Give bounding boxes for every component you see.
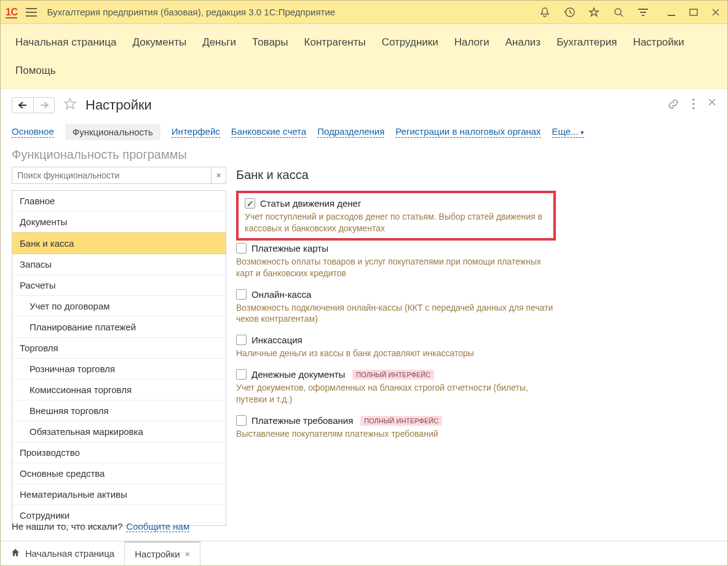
tree-item[interactable]: Расчеты [12,275,226,296]
search-icon[interactable] [611,4,627,20]
not-found-row: Не нашли то, что искали? Сообщите нам [1,516,727,541]
window-controls [665,6,722,19]
checkbox[interactable] [236,289,247,300]
option: Платежные картыВозможность оплаты товаро… [236,243,556,279]
option-label: Платежные требования [251,415,353,426]
menu-item[interactable]: Сотрудники [382,36,438,49]
tree-item[interactable]: Внешняя торговля [12,401,226,421]
checkbox[interactable] [236,415,247,426]
bottom-tab[interactable]: Начальная страница [1,541,125,565]
nav-forward-button[interactable] [33,98,54,113]
maximize-icon[interactable] [687,6,700,19]
search-clear-button[interactable]: × [211,167,226,183]
category-tree: ГлавноеДокументыБанк и кассаЗапасыРасчет… [12,190,226,526]
svg-point-4 [692,103,694,105]
option-label: Денежные документы [251,369,345,380]
svg-point-3 [692,98,694,100]
option: Онлайн-кассаВозможность подключения онла… [236,289,556,325]
checkbox[interactable] [236,243,247,253]
tree-item[interactable]: Торговля [12,338,226,359]
sub-tab[interactable]: Банковские счета [231,126,306,138]
search-field: × [12,167,226,184]
app-title: Бухгалтерия предприятия (базовая), редак… [47,7,537,17]
page-title: Настройки [85,97,661,113]
filter-icon[interactable] [635,6,651,19]
option-label: Платежные карты [251,243,328,253]
checkbox[interactable] [236,335,247,345]
option-label: Инкассация [251,335,303,345]
sub-tab[interactable]: Основное [12,126,54,138]
menu-item[interactable]: Контрагенты [304,36,366,49]
tree-item[interactable]: Запасы [12,254,226,275]
kebab-menu-icon[interactable] [692,98,695,112]
menu-item[interactable]: Налоги [454,36,489,49]
option: Статьи движения денегУчет поступлений и … [236,191,556,241]
tree-item[interactable]: Обязательная маркировка [12,421,226,442]
main-menu: Начальная страницаДокументыДеньгиТоварыК… [1,24,727,89]
menu-item[interactable]: Настройки [633,36,684,49]
option-label: Статьи движения денег [260,198,361,209]
link-icon[interactable] [667,98,679,112]
checkbox[interactable] [245,198,255,209]
sub-tab[interactable]: Функциональность [65,124,160,140]
favorite-star-icon[interactable] [61,95,79,115]
option-description: Возможность оплаты товаров и услуг покуп… [236,256,556,279]
report-link[interactable]: Сообщите нам [126,521,189,532]
search-input[interactable] [12,170,211,180]
option-description: Возможность подключения онлайн-кассы (КК… [236,302,556,325]
tree-item[interactable]: Документы [12,212,226,233]
sub-tab[interactable]: Подразделения [317,126,384,138]
option: Денежные документыПОЛНЫЙ ИНТЕРФЕЙСУчет д… [236,369,556,405]
main-menu-icon[interactable] [22,6,41,19]
interface-badge: ПОЛНЫЙ ИНТЕРФЕЙС [352,370,434,380]
tree-item[interactable]: Розничная торговля [12,359,226,380]
history-icon[interactable] [561,4,577,20]
logo-1c: 1C [6,7,17,18]
option-description: Наличные деньги из кассы в банк доставля… [236,348,556,359]
checkbox[interactable] [236,369,247,380]
interface-badge: ПОЛНЫЙ ИНТЕРФЕЙС [360,416,442,426]
menu-item[interactable]: Помощь [15,65,56,77]
menu-item[interactable]: Бухгалтерия [556,36,617,49]
right-panel: Банк и касса Статьи движения денегУчет п… [236,167,716,511]
menu-item[interactable]: Деньги [202,36,236,49]
tree-item[interactable]: Банк и касса [12,233,226,254]
bell-icon[interactable] [537,4,553,20]
option-label: Онлайн-касса [251,289,311,300]
menu-item[interactable]: Анализ [505,36,540,49]
left-column: × ГлавноеДокументыБанк и кассаЗапасыРасч… [12,167,226,511]
svg-rect-2 [690,9,697,15]
menu-item[interactable]: Документы [133,36,187,49]
option-description: Учет поступлений и расходов денег по ста… [245,211,547,234]
option: Платежные требованияПОЛНЫЙ ИНТЕРФЕЙСВыст… [236,415,556,440]
menu-item[interactable]: Начальная страница [15,36,117,49]
close-icon[interactable] [709,6,722,19]
menu-item[interactable]: Товары [252,36,288,49]
titlebar: 1C Бухгалтерия предприятия (базовая), ре… [1,1,727,24]
tree-item[interactable]: Комиссионная торговля [12,380,226,401]
minimize-icon[interactable] [665,6,678,19]
nav-arrows [12,97,55,113]
tree-item[interactable]: Производство [12,442,226,463]
panel-title: Банк и касса [236,168,716,182]
tree-item[interactable]: Планирование платежей [12,317,226,338]
sub-tab[interactable]: Интерфейс [172,126,220,138]
bottom-tab[interactable]: Настройки× [125,541,200,565]
sub-tab[interactable]: Регистрации в налоговых органах [395,126,540,138]
sub-tab-more[interactable]: Еще... [552,126,584,138]
nav-back-button[interactable] [12,98,33,113]
star-icon[interactable] [586,4,602,20]
tree-item[interactable]: Учет по договорам [12,296,226,317]
tree-item[interactable]: Основные средства [12,463,226,484]
tab-close-icon[interactable]: × [185,549,190,559]
page-actions [667,98,716,112]
close-page-icon[interactable] [708,98,716,112]
bottom-tabs: Начальная страницаНастройки× [1,541,727,565]
tree-item[interactable]: Главное [12,191,226,212]
section-subtitle: Функциональность программы [1,148,727,167]
bottom-tab-label: Настройки [135,549,180,559]
page-header: Настройки [1,89,727,118]
tree-item[interactable]: Нематериальные активы [12,484,226,505]
titlebar-toolbar [537,4,722,20]
option-description: Учет документов, оформленных на бланках … [236,382,556,405]
